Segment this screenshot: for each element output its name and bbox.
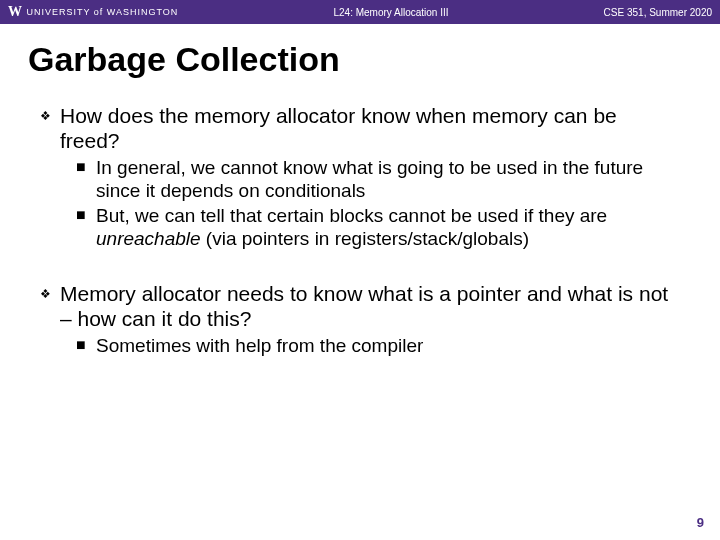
subbullet-1-2: ■ But, we can tell that certain blocks c…	[40, 205, 680, 251]
bullet-2-text: Memory allocator needs to know what is a…	[60, 281, 680, 331]
slide-title: Garbage Collection	[0, 24, 720, 89]
university-name: UNIVERSITY of WASHINGTON	[27, 7, 179, 17]
subbullet-2-1: ■ Sometimes with help from the compiler	[40, 335, 680, 358]
subbullet-1-1-text: In general, we cannot know what is going…	[96, 157, 680, 203]
bullet-2: ❖ Memory allocator needs to know what is…	[40, 281, 680, 331]
diamond-bullet-icon: ❖	[40, 281, 60, 331]
square-bullet-icon: ■	[76, 335, 96, 358]
header-bar: W UNIVERSITY of WASHINGTON L24: Memory A…	[0, 0, 720, 24]
subbullet-1-1: ■ In general, we cannot know what is goi…	[40, 157, 680, 203]
course-label: CSE 351, Summer 2020	[604, 7, 712, 18]
uw-w-icon: W	[8, 4, 23, 20]
subbullet-2-1-text: Sometimes with help from the compiler	[96, 335, 680, 358]
subbullet-1-2-text: But, we can tell that certain blocks can…	[96, 205, 680, 251]
lecture-title: L24: Memory Allocation III	[178, 7, 603, 18]
square-bullet-icon: ■	[76, 205, 96, 251]
bullet-1: ❖ How does the memory allocator know whe…	[40, 103, 680, 153]
page-number: 9	[697, 515, 704, 530]
uw-logo: W UNIVERSITY of WASHINGTON	[8, 4, 178, 20]
diamond-bullet-icon: ❖	[40, 103, 60, 153]
slide-content: ❖ How does the memory allocator know whe…	[0, 89, 720, 358]
square-bullet-icon: ■	[76, 157, 96, 203]
bullet-1-text: How does the memory allocator know when …	[60, 103, 680, 153]
